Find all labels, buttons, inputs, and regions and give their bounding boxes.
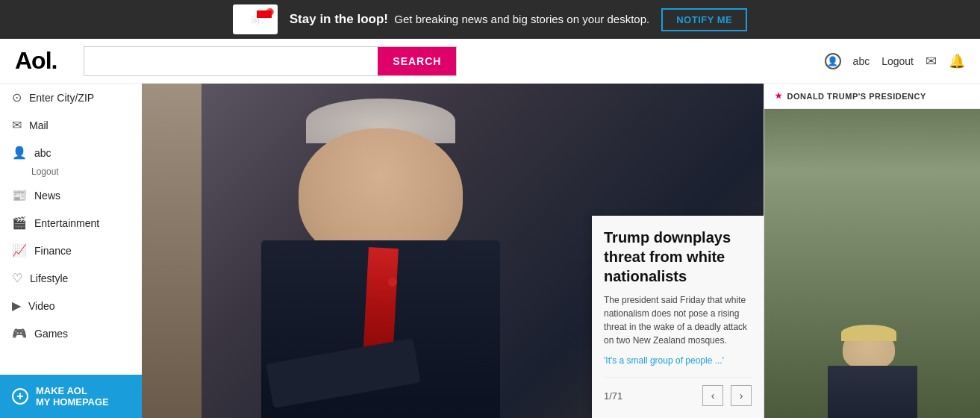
figure-pin xyxy=(388,278,397,287)
search-button[interactable]: SEARCH xyxy=(378,47,456,75)
sidebar-item-user[interactable]: 👤 abc xyxy=(0,139,142,166)
trump-presidency-header: ★ DONALD TRUMP'S PRESIDENCY xyxy=(764,84,980,109)
sidebar-item-video[interactable]: ▶ Video xyxy=(0,292,142,319)
prev-story-button[interactable]: ‹ xyxy=(702,385,723,406)
entertainment-icon: 🎬 xyxy=(12,216,27,230)
sidebar-lifestyle-label: Lifestyle xyxy=(30,272,68,284)
sidebar-item-location[interactable]: ⊙ Enter City/ZIP xyxy=(0,84,142,111)
sidebar-user-label: abc xyxy=(34,147,52,159)
notif-desc: Get breaking news and big stories on you… xyxy=(394,13,649,25)
story-arrows: ‹ › xyxy=(702,385,752,406)
notification-bar: 🔴 📄 Stay in the loop! Get breaking news … xyxy=(0,0,980,39)
video-icon: ▶ xyxy=(12,299,21,313)
make-homepage-line2: MY HOMEPAGE xyxy=(36,396,109,408)
mail-icon[interactable]: ✉ xyxy=(926,53,937,69)
sidebar-news-label: News xyxy=(34,190,60,202)
story-link[interactable]: 'It's a small group of people ...' xyxy=(604,355,724,366)
sidebar-item-finance[interactable]: 📈 Finance xyxy=(0,237,142,264)
plus-icon: + xyxy=(12,388,28,405)
sidebar: ⊙ Enter City/ZIP ✉ Mail 👤 abc Logout 📰 N… xyxy=(0,84,142,418)
sidebar-item-games[interactable]: 🎮 Games xyxy=(0,319,142,347)
sidebar-item-mail[interactable]: ✉ Mail xyxy=(0,111,142,139)
trump-presidency-label: DONALD TRUMP'S PRESIDENCY xyxy=(787,92,926,101)
make-homepage-line1: MAKE AOL xyxy=(36,385,109,396)
story-title: Trump downplays threat from white nation… xyxy=(604,228,752,286)
header-username: abc xyxy=(853,55,870,67)
hero-figure xyxy=(246,84,605,418)
sidebar-item-lifestyle[interactable]: ♡ Lifestyle xyxy=(0,264,142,292)
user-icon: 👤 xyxy=(825,53,841,69)
sidebar-finance-label: Finance xyxy=(34,245,72,257)
trump-partial xyxy=(820,328,925,418)
story-description: The president said Friday that white nat… xyxy=(604,293,752,347)
left-partial-image xyxy=(142,84,202,418)
sidebar-location-label: Enter City/ZIP xyxy=(29,92,94,104)
bell-icon[interactable]: 🔔 xyxy=(949,53,965,69)
story-counter: 1/71 xyxy=(604,390,622,402)
sidebar-video-label: Video xyxy=(28,300,55,312)
notif-message: Stay in the loop! Get breaking news and … xyxy=(290,12,649,27)
sidebar-games-label: Games xyxy=(34,328,68,340)
aol-logo[interactable]: Aol. xyxy=(15,47,57,75)
content-area: Trump downplays threat from white nation… xyxy=(142,84,980,418)
make-homepage-text: MAKE AOL MY HOMEPAGE xyxy=(36,385,109,408)
header-right: 👤 abc Logout ✉ 🔔 xyxy=(825,53,965,69)
trump-presidency-image xyxy=(764,109,980,418)
header: Aol. SEARCH 👤 abc Logout ✉ 🔔 xyxy=(0,39,980,84)
main-layout: ⊙ Enter City/ZIP ✉ Mail 👤 abc Logout 📰 N… xyxy=(0,84,980,418)
sidebar-mail-label: Mail xyxy=(29,119,49,131)
make-aol-homepage-button[interactable]: + MAKE AOL MY HOMEPAGE xyxy=(0,375,142,418)
notif-stay-text: Stay in the loop! xyxy=(290,12,388,26)
sidebar-item-entertainment[interactable]: 🎬 Entertainment xyxy=(0,209,142,237)
star-icon: ★ xyxy=(775,91,783,101)
tp-hair xyxy=(841,325,896,341)
header-logout-link[interactable]: Logout xyxy=(881,55,914,67)
tp-body xyxy=(828,366,917,418)
hero-section: Trump downplays threat from white nation… xyxy=(202,84,764,418)
mail-sidebar-icon: ✉ xyxy=(12,118,22,132)
sidebar-item-news[interactable]: 📰 News xyxy=(0,181,142,209)
sidebar-entertainment-label: Entertainment xyxy=(34,217,99,229)
news-icon: 📰 xyxy=(12,188,27,202)
story-card: Trump downplays threat from white nation… xyxy=(592,216,764,418)
location-icon: ⊙ xyxy=(12,90,22,104)
games-icon: 🎮 xyxy=(12,326,27,340)
notification-icon: 🔴 📄 xyxy=(233,4,278,34)
search-wrapper: SEARCH xyxy=(84,46,457,76)
notify-me-button[interactable]: NOTIFY ME xyxy=(661,8,747,31)
next-story-button[interactable]: › xyxy=(731,385,752,406)
finance-icon: 📈 xyxy=(12,243,27,258)
search-input[interactable] xyxy=(84,47,378,75)
lifestyle-icon: ♡ xyxy=(12,271,22,285)
user-sidebar-icon: 👤 xyxy=(12,146,27,160)
story-navigation: 1/71 ‹ › xyxy=(604,377,752,406)
sidebar-logout[interactable]: Logout xyxy=(0,166,142,181)
right-panel: ★ DONALD TRUMP'S PRESIDENCY xyxy=(764,84,980,418)
